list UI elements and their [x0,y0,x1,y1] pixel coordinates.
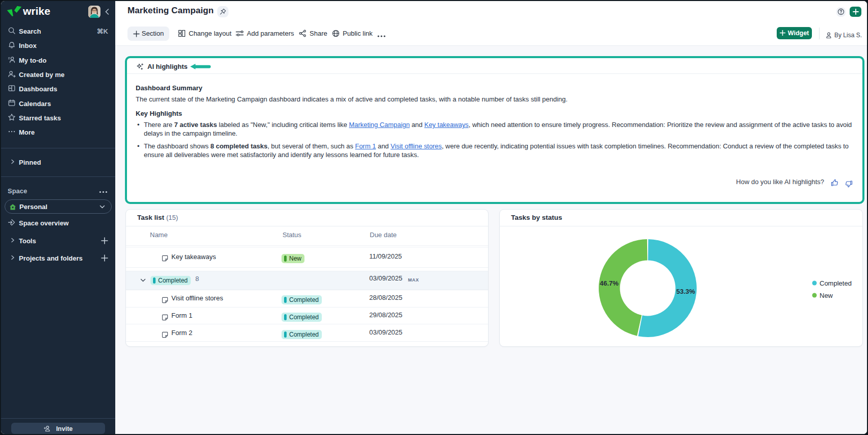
svg-text:wrike: wrike [22,5,50,17]
